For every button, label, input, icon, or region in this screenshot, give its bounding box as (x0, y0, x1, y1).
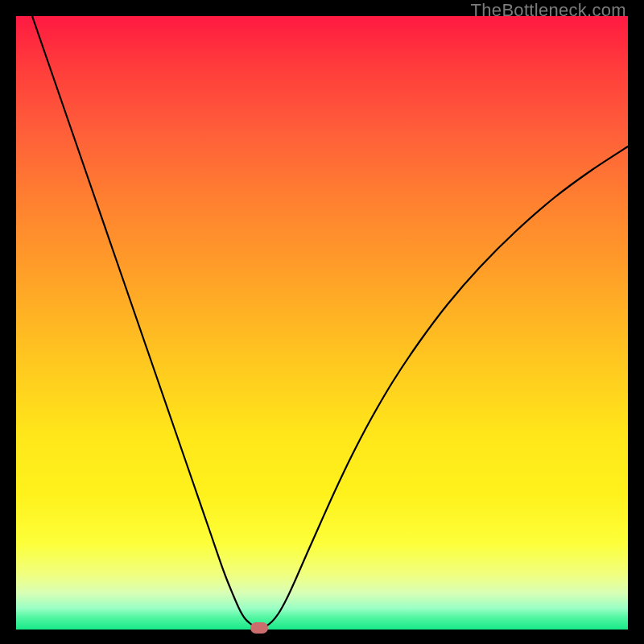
chart-frame: TheBottleneck.com (0, 0, 644, 644)
bottleneck-curve (32, 16, 628, 628)
curve-svg (16, 16, 628, 630)
plot-area (16, 16, 628, 630)
optimum-marker (250, 622, 268, 634)
